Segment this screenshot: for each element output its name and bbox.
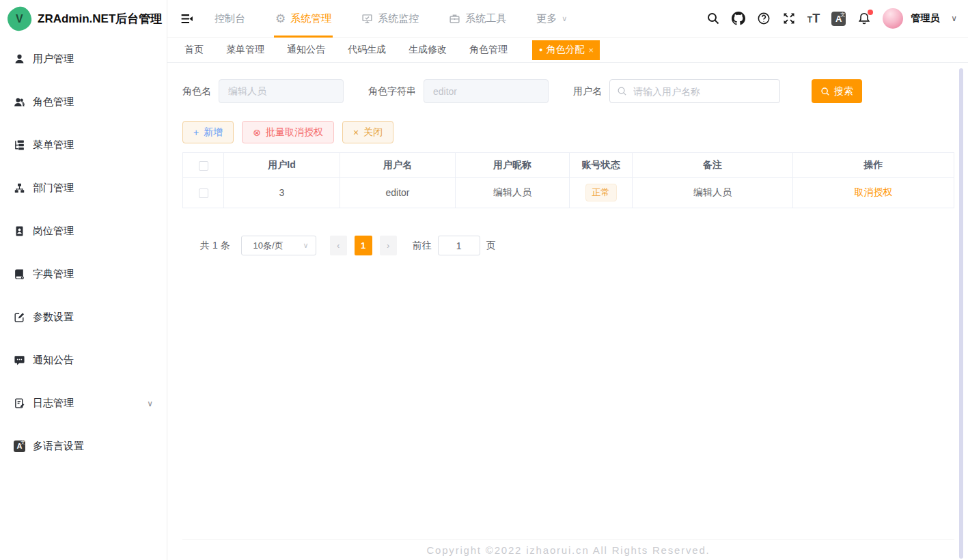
status-badge: 正常 — [585, 184, 617, 201]
message-icon — [14, 354, 25, 366]
help-button[interactable] — [757, 12, 771, 25]
role-key-input[interactable] — [424, 79, 549, 103]
sidebar-item-users[interactable]: 用户管理 — [0, 38, 167, 81]
copyright-text: Copyright ©2022 izhaorui.cn All Rights R… — [426, 544, 710, 556]
sidebar-item-i18n[interactable]: A文 多语言设置 — [0, 425, 167, 468]
tab-bar: 首页 菜单管理 通知公告 代码生成 生成修改 角色管理 ● 角色分配 × — [167, 38, 968, 63]
sidebar-item-dictionary[interactable]: 字典管理 — [0, 253, 167, 296]
sidebar-item-logs[interactable]: 日志管理 ∨ — [0, 382, 167, 425]
sidebar: V ZRAdmin.NET后台管理 用户管理 角色管理 菜单管理 部门管理 岗位… — [0, 0, 167, 560]
avatar[interactable] — [883, 8, 903, 29]
font-size-button[interactable]: TT — [807, 12, 820, 26]
search-button-label: 搜索 — [834, 85, 853, 98]
tab-gen-edit[interactable]: 生成修改 — [409, 44, 447, 56]
tab-code-gen[interactable]: 代码生成 — [348, 44, 386, 56]
col-status: 账号状态 — [570, 153, 633, 178]
topnav-label: 系统工具 — [465, 12, 506, 25]
sidebar-item-menus[interactable]: 菜单管理 — [0, 124, 167, 167]
cell-status: 正常 — [570, 178, 633, 208]
col-remark: 备注 — [633, 153, 793, 178]
tab-home[interactable]: 首页 — [184, 44, 204, 56]
fullscreen-icon — [782, 12, 796, 25]
prev-page-button[interactable]: ‹ — [330, 236, 347, 255]
dict-icon — [14, 268, 25, 280]
menu-tree-icon — [14, 139, 25, 151]
user-name-input[interactable] — [609, 79, 780, 103]
topnav-item-system[interactable]: ⚙ 系统管理 — [275, 0, 331, 38]
github-button[interactable] — [732, 12, 745, 25]
close-icon: × — [353, 128, 359, 137]
page-1-button[interactable]: 1 — [355, 236, 372, 255]
username-label[interactable]: 管理员 — [911, 12, 939, 25]
search-button[interactable]: 搜索 — [812, 79, 862, 103]
sidebar-collapse-button[interactable] — [180, 12, 194, 26]
main-area: 控制台 ⚙ 系统管理 系统监控 系统工具 更多 ∨ — [167, 0, 968, 560]
user-name-label: 用户名 — [573, 85, 602, 98]
topnav-label: 系统管理 — [290, 12, 331, 25]
chevron-down-icon[interactable]: ∨ — [951, 14, 957, 23]
page-size-value: 10条/页 — [253, 240, 284, 252]
close-button-label: 关闭 — [363, 126, 383, 139]
post-icon — [14, 225, 25, 237]
table-row: 3 editor 编辑人员 正常 编辑人员 取消授权 — [183, 178, 954, 208]
toolbox-icon — [449, 13, 460, 25]
active-dot-icon: ● — [539, 47, 542, 53]
select-all-checkbox[interactable] — [199, 161, 208, 171]
cell-nick-name: 编辑人员 — [456, 178, 570, 208]
plus-icon: + — [193, 128, 199, 137]
col-nick-name: 用户昵称 — [456, 153, 570, 178]
col-user-id: 用户Id — [224, 153, 340, 178]
help-icon — [757, 12, 771, 25]
row-checkbox[interactable] — [199, 188, 208, 198]
log-icon — [14, 397, 25, 409]
add-button[interactable]: + 新增 — [182, 121, 234, 143]
sidebar-item-departments[interactable]: 部门管理 — [0, 167, 167, 210]
sidebar-item-label: 参数设置 — [33, 311, 74, 324]
top-navbar: 控制台 ⚙ 系统管理 系统监控 系统工具 更多 ∨ — [167, 0, 968, 38]
next-page-button[interactable]: › — [380, 236, 397, 255]
tab-role-mgmt[interactable]: 角色管理 — [469, 44, 508, 56]
role-key-label: 角色字符串 — [368, 85, 416, 98]
sidebar-item-roles[interactable]: 角色管理 — [0, 81, 167, 124]
table-toolbar: + 新增 ⊗ 批量取消授权 × 关闭 — [182, 121, 954, 143]
col-actions: 操作 — [793, 153, 954, 178]
notifications-button[interactable] — [857, 12, 871, 25]
pagination: 共 1 条 10条/页 ∨ ‹ 1 › 前往 页 — [182, 236, 954, 255]
close-icon[interactable]: × — [588, 45, 594, 55]
fullscreen-button[interactable] — [782, 12, 796, 25]
search-button[interactable] — [706, 12, 720, 25]
cell-actions: 取消授权 — [793, 178, 954, 208]
sidebar-item-parameters[interactable]: 参数设置 — [0, 296, 167, 339]
page-size-select[interactable]: 10条/页 ∨ — [241, 236, 316, 255]
role-name-input[interactable] — [219, 79, 344, 103]
edit-icon — [14, 311, 25, 323]
goto-page-input[interactable] — [438, 236, 480, 255]
scrollbar[interactable] — [959, 68, 963, 559]
topnav-item-monitor[interactable]: 系统监控 — [361, 0, 419, 38]
cell-user-name: editor — [340, 178, 456, 208]
tab-menu-mgmt[interactable]: 菜单管理 — [226, 44, 264, 56]
navbar-tools: TT A文 管理员 ∨ — [706, 8, 958, 29]
cancel-circle-icon: ⊗ — [253, 128, 261, 137]
sidebar-item-label: 通知公告 — [33, 354, 74, 367]
close-button[interactable]: × 关闭 — [342, 121, 393, 143]
app-logo[interactable]: V ZRAdmin.NET后台管理 — [0, 0, 167, 38]
select-all-cell — [183, 153, 224, 178]
language-switch-button[interactable]: A文 — [831, 12, 846, 26]
batch-cancel-auth-button[interactable]: ⊗ 批量取消授权 — [242, 121, 334, 143]
sidebar-item-posts[interactable]: 岗位管理 — [0, 210, 167, 253]
sidebar-item-notices[interactable]: 通知公告 — [0, 339, 167, 382]
row-select-cell — [183, 178, 224, 208]
cancel-auth-link[interactable]: 取消授权 — [855, 186, 893, 197]
monitor-icon — [361, 13, 373, 25]
tab-role-assign[interactable]: ● 角色分配 × — [532, 40, 600, 60]
user-name-field — [609, 79, 780, 103]
language-icon: A文 — [14, 440, 25, 452]
tab-notices[interactable]: 通知公告 — [287, 44, 325, 56]
topnav-item-more[interactable]: 更多 ∨ — [536, 0, 567, 38]
chevron-down-icon: ∨ — [147, 399, 153, 408]
topnav-item-tools[interactable]: 系统工具 — [449, 0, 506, 38]
topnav-item-dashboard[interactable]: 控制台 — [215, 0, 245, 38]
sidebar-item-label: 岗位管理 — [33, 225, 74, 238]
cell-remark: 编辑人员 — [633, 178, 793, 208]
